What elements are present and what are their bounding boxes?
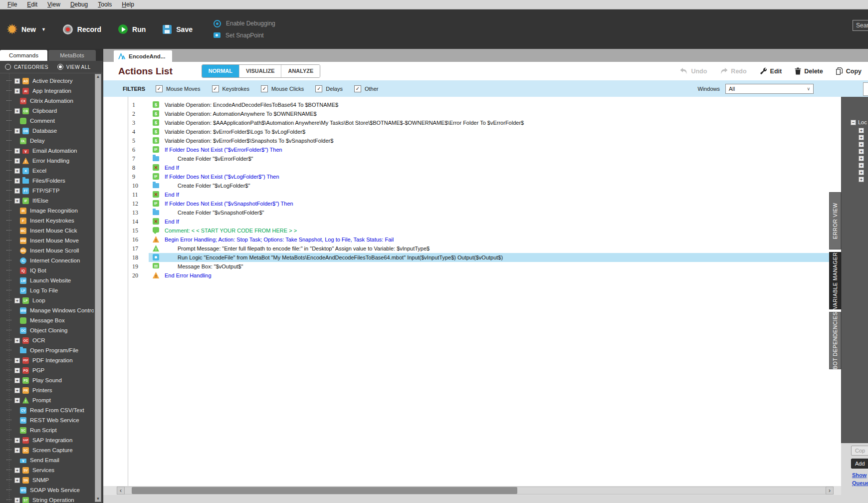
menu-tools[interactable]: Tools (93, 0, 116, 8)
sidebar-item-log-to-file[interactable]: LFLog To File (6, 285, 94, 295)
action-row-17[interactable]: 17!Prompt Message: "Enter full filepath … (103, 244, 829, 253)
expand-icon[interactable]: + (14, 108, 20, 114)
checkbox-mouse-moves-icon[interactable]: ✓ (156, 85, 163, 92)
sidebar-item-app-integration[interactable]: +AIApp Integration (6, 86, 94, 96)
sidebar-item-comment[interactable]: Comment (6, 116, 94, 126)
expand-icon[interactable]: + (859, 128, 864, 133)
queue-link[interactable]: Queue (852, 480, 868, 486)
action-row-6[interactable]: 6IFIf Folder Does Not Exist ("$vErrorFol… (103, 145, 829, 154)
filter-delays[interactable]: ✓Delays (315, 85, 343, 92)
expand-icon[interactable]: + (14, 188, 20, 194)
sidebar-item-manage-windows-controls[interactable]: MWManage Windows Controls (6, 305, 94, 315)
expand-icon[interactable]: + (859, 156, 864, 161)
sidebar-item-pgp[interactable]: +PGPGP (6, 365, 94, 375)
save-button[interactable]: Save (163, 25, 193, 34)
view-button-visualize[interactable]: VISUALIZE (239, 65, 281, 77)
expand-icon[interactable]: + (14, 378, 20, 383)
sidebar-item-run-script[interactable]: SCRun Script (6, 425, 94, 435)
sidebar-item-printers[interactable]: +PRPrinters (6, 385, 94, 395)
expand-icon[interactable]: + (14, 178, 20, 184)
sidebar-item-launch-website[interactable]: LWLaunch Website (6, 275, 94, 285)
expand-icon[interactable]: + (14, 398, 20, 403)
sidebar-item-insert-keystrokes[interactable]: FInsert Keystrokes (6, 216, 94, 226)
delete-button[interactable]: Delete (795, 67, 823, 75)
sidebar-item-sap-integration[interactable]: +SAPSAP Integration (6, 435, 94, 445)
panel-tab-bot-dependencies[interactable]: BOT DEPENDENCIES (829, 312, 841, 369)
enable-debugging-button[interactable]: Enable Debugging (214, 20, 275, 27)
sidebar-item-prompt[interactable]: +!Prompt (6, 395, 94, 405)
filter-mouse-clicks[interactable]: ✓Mouse Clicks (261, 85, 304, 92)
horizontal-scrollbar[interactable]: ‹ › (117, 487, 834, 495)
expand-icon[interactable]: + (859, 135, 864, 140)
scroll-right-icon[interactable]: › (826, 487, 834, 495)
action-row-14[interactable]: 14✕End If (103, 217, 829, 226)
sidebar-item-error-handling[interactable]: +!Error Handling (6, 156, 94, 166)
expand-icon[interactable]: + (14, 198, 20, 204)
expand-icon[interactable]: + (14, 158, 20, 164)
edit-button[interactable]: Edit (760, 67, 782, 75)
action-row-12[interactable]: 12IFIf Folder Does Not Exist ("$vSnapsho… (103, 199, 829, 208)
sidebar-item-ocr[interactable]: +OCOCR (6, 335, 94, 345)
panel-tab-variable-manager[interactable]: VARIABLE MANAGER (829, 252, 841, 309)
expand-icon[interactable]: + (859, 142, 864, 147)
checkbox-delays-icon[interactable]: ✓ (315, 85, 322, 92)
sidebar-item-delay[interactable]: DLDelay (6, 136, 94, 146)
copy-button[interactable]: Copy (836, 67, 862, 75)
action-row-20[interactable]: 20!End Error Handling (103, 271, 829, 280)
expand-icon[interactable]: + (14, 478, 20, 483)
radio-option-categories[interactable]: CATEGORIES (5, 64, 48, 70)
expand-icon[interactable]: + (14, 148, 20, 154)
windows-dropdown[interactable]: All ∨ (725, 84, 814, 94)
sidebar-tab-metabots[interactable]: MetaBots (48, 50, 96, 61)
sidebar-item-soap-web-service[interactable]: WSSOAP Web Service (6, 485, 94, 495)
sidebar-item-insert-mouse-scroll[interactable]: MSInsert Mouse Scroll (6, 246, 94, 255)
sidebar-item-internet-connection[interactable]: ICInternet Connection (6, 255, 94, 265)
collapse-icon[interactable]: − (851, 120, 856, 125)
checkbox-keystrokes-icon[interactable]: ✓ (212, 85, 219, 92)
sidebar-item-read-from-csv-text[interactable]: CVRead From CSV/Text (6, 405, 94, 415)
sidebar-item-clipboard[interactable]: +CBClipboard (6, 106, 94, 116)
add-button[interactable]: Add (851, 459, 868, 469)
expand-icon[interactable]: + (859, 170, 864, 175)
show-link[interactable]: Show (852, 472, 867, 478)
expand-icon[interactable]: + (14, 338, 20, 343)
menu-edit[interactable]: Edit (22, 0, 42, 8)
sidebar-scrollbar[interactable]: ▲ ▼ (95, 74, 101, 502)
panel-tab-error-view[interactable]: ERROR VIEW (829, 192, 841, 250)
action-row-18[interactable]: 18Run Logic "EncodeFile" from MetaBot "M… (103, 253, 829, 262)
filter-mouse-moves[interactable]: ✓Mouse Moves (156, 85, 200, 92)
view-button-analyze[interactable]: ANALYZE (281, 65, 320, 77)
scroll-left-icon[interactable]: ‹ (117, 487, 125, 495)
sidebar-item-image-recognition[interactable]: IRImage Recognition (6, 206, 94, 216)
action-row-9[interactable]: 9IFIf Folder Does Not Exist ("$vLogFolde… (103, 172, 829, 181)
sidebar-item-database[interactable]: +DBDatabase (6, 126, 94, 136)
menu-debug[interactable]: Debug (66, 0, 92, 8)
expand-icon[interactable]: + (14, 388, 20, 393)
menu-help[interactable]: Help (117, 0, 139, 8)
expand-icon[interactable]: + (14, 298, 20, 303)
scrollbar-thumb[interactable] (132, 487, 517, 494)
expand-icon[interactable]: + (14, 498, 20, 503)
action-row-15[interactable]: 15Comment: < < START YOUR CODE FROM HERE… (103, 226, 829, 235)
sidebar-item-screen-capture[interactable]: +SCScreen Capture (6, 445, 94, 455)
action-row-8[interactable]: 8✕End If (103, 163, 829, 172)
action-row-3[interactable]: 3$Variable Operation: $AAApplicationPath… (103, 118, 829, 127)
sidebar-item-snmp[interactable]: +SNSNMP (6, 475, 94, 485)
action-row-5[interactable]: 5$Variable Operation: $vErrorFolder$\Sna… (103, 136, 829, 145)
document-tab[interactable]: EncodeAnd... (114, 50, 172, 62)
expand-icon[interactable]: + (859, 149, 864, 154)
expand-icon[interactable]: + (859, 163, 864, 168)
sidebar-item-rest-web-service[interactable]: RSREST Web Service (6, 415, 94, 425)
scroll-up-icon[interactable]: ▲ (96, 74, 100, 79)
expand-icon[interactable]: + (14, 128, 20, 134)
action-row-1[interactable]: 1$Variable Operation: EncodeAndDecodeFil… (103, 100, 829, 109)
sidebar-item-if-else[interactable]: +IFIf/Else (6, 196, 94, 206)
filter-keystrokes[interactable]: ✓Keystrokes (212, 85, 249, 92)
action-row-13[interactable]: 13Create Folder "$vSnapshotFolder$" (103, 208, 829, 217)
scrollbar-track[interactable] (125, 487, 826, 495)
run-button[interactable]: Run (118, 24, 146, 34)
action-row-10[interactable]: 10Create Folder "$vLogFolder$" (103, 181, 829, 190)
sidebar-item-object-cloning[interactable]: OCObject Cloning (6, 325, 94, 335)
expand-icon[interactable]: + (14, 468, 20, 473)
sidebar-item-services[interactable]: +SVServices (6, 465, 94, 475)
